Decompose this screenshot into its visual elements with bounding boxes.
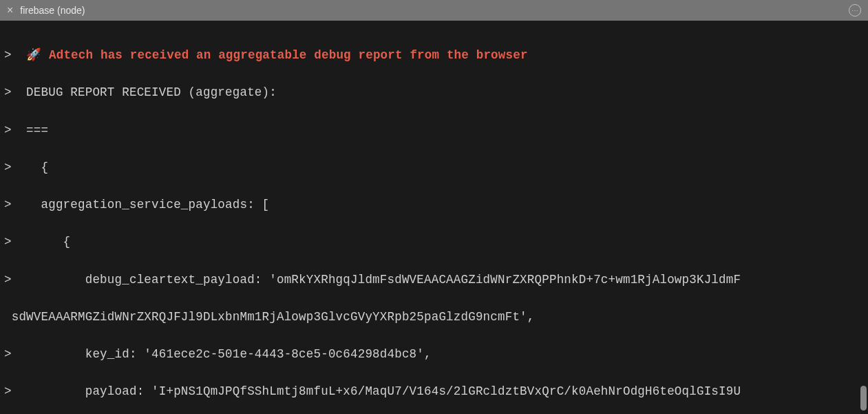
- console-line: > ===: [4, 121, 864, 140]
- console-line: > key_id: '461ece2c-501e-4443-8ce5-0c642…: [4, 345, 864, 364]
- rocket-icon: 🚀: [26, 48, 41, 62]
- console-line: > DEBUG REPORT RECEIVED (aggregate):: [4, 83, 864, 102]
- console-output: > 🚀 Adtech has received an aggregatable …: [0, 21, 868, 414]
- console-line: > payload: 'I+pNS1QmJPQfSShLmtj8mfuL+x6/…: [4, 382, 864, 401]
- more-icon[interactable]: ⋯: [849, 4, 861, 17]
- close-icon[interactable]: ×: [7, 5, 13, 16]
- console-line: sdWVEAAARMGZidWNrZXRQJFJl9DLxbnMm1RjAlow…: [4, 308, 864, 327]
- console-line: > aggregation_service_payloads: [: [4, 196, 864, 214]
- console-line: > debug_cleartext_payload: 'omRkYXRhgqJl…: [4, 271, 864, 289]
- console-line: > {: [4, 233, 864, 251]
- titlebar-left: × firebase (node): [7, 5, 85, 16]
- titlebar: × firebase (node) ⋯: [0, 0, 868, 21]
- console-line: > {: [4, 158, 864, 177]
- console-line: > 🚀 Adtech has received an aggregatable …: [4, 46, 864, 65]
- window-title: firebase (node): [20, 5, 85, 16]
- prompt-char: >: [4, 48, 12, 62]
- highlight-message: Adtech has received an aggregatable debu…: [41, 48, 527, 62]
- scrollbar-thumb[interactable]: [860, 386, 867, 411]
